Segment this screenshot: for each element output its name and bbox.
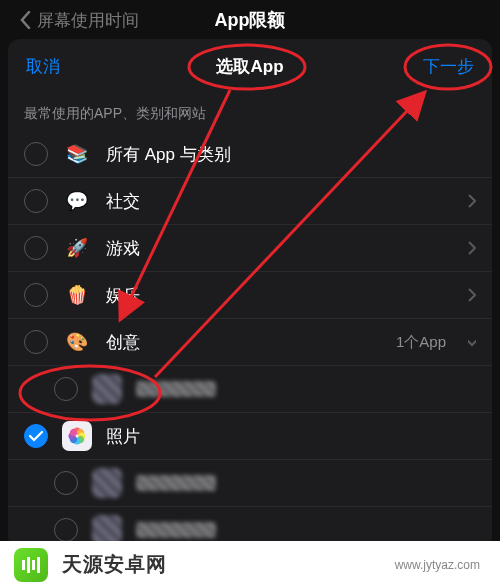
svg-rect-13 bbox=[22, 560, 25, 570]
watermark-text: 天源安卓网 bbox=[62, 551, 167, 578]
checkbox[interactable] bbox=[24, 189, 48, 213]
app-label-blurred bbox=[136, 522, 216, 538]
app-icon-blurred bbox=[92, 468, 122, 498]
row-games[interactable]: 🚀 游戏 bbox=[8, 225, 492, 272]
svg-rect-14 bbox=[27, 557, 30, 573]
modal-header: 取消 选取App 下一步 bbox=[8, 39, 492, 93]
row-photos[interactable]: 照片 bbox=[8, 413, 492, 460]
svg-rect-15 bbox=[32, 560, 35, 570]
app-icon-blurred bbox=[92, 374, 122, 404]
chevron-right-icon bbox=[468, 194, 476, 208]
checkbox[interactable] bbox=[24, 142, 48, 166]
entertainment-icon: 🍿 bbox=[62, 280, 92, 310]
checkbox[interactable] bbox=[54, 377, 78, 401]
row-app-blurred[interactable] bbox=[8, 460, 492, 507]
checkbox[interactable] bbox=[24, 236, 48, 260]
section-header: 最常使用的APP、类别和网站 bbox=[8, 93, 492, 131]
checkbox[interactable] bbox=[54, 471, 78, 495]
row-all-apps[interactable]: 📚 所有 App 与类别 bbox=[8, 131, 492, 178]
chevron-left-icon bbox=[20, 11, 31, 29]
row-entertainment[interactable]: 🍿 娱乐 bbox=[8, 272, 492, 319]
row-label: 创意 bbox=[106, 331, 382, 354]
watermark-url: www.jytyaz.com bbox=[395, 558, 480, 572]
watermark-icon bbox=[14, 548, 48, 582]
row-social[interactable]: 💬 社交 bbox=[8, 178, 492, 225]
modal-title: 选取App bbox=[8, 55, 492, 78]
row-label: 社交 bbox=[106, 190, 454, 213]
row-detail: 1个App bbox=[396, 333, 446, 352]
app-label-blurred bbox=[136, 381, 216, 397]
row-label: 照片 bbox=[106, 425, 476, 448]
row-label: 娱乐 bbox=[106, 284, 454, 307]
row-label: 所有 App 与类别 bbox=[106, 143, 476, 166]
chevron-down-icon bbox=[468, 335, 476, 349]
cancel-button[interactable]: 取消 bbox=[26, 55, 60, 78]
photos-icon bbox=[62, 421, 92, 451]
chevron-right-icon bbox=[468, 288, 476, 302]
chevron-right-icon bbox=[468, 241, 476, 255]
creativity-icon: 🎨 bbox=[62, 327, 92, 357]
checkbox[interactable] bbox=[24, 283, 48, 307]
checkbox[interactable] bbox=[24, 330, 48, 354]
all-apps-icon: 📚 bbox=[62, 139, 92, 169]
games-icon: 🚀 bbox=[62, 233, 92, 263]
next-button[interactable]: 下一步 bbox=[423, 55, 474, 78]
back-button: 屏幕使用时间 bbox=[20, 9, 139, 32]
checkbox[interactable] bbox=[54, 518, 78, 542]
social-icon: 💬 bbox=[62, 186, 92, 216]
row-app-blurred[interactable] bbox=[8, 366, 492, 413]
row-creativity[interactable]: 🎨 创意 1个App bbox=[8, 319, 492, 366]
svg-rect-16 bbox=[37, 557, 40, 573]
checkbox-selected[interactable] bbox=[24, 424, 48, 448]
row-label: 游戏 bbox=[106, 237, 454, 260]
app-label-blurred bbox=[136, 475, 216, 491]
watermark: 天源安卓网 www.jytyaz.com bbox=[0, 541, 500, 588]
back-label: 屏幕使用时间 bbox=[37, 9, 139, 32]
modal-sheet: 取消 选取App 下一步 最常使用的APP、类别和网站 📚 所有 App 与类别… bbox=[8, 39, 492, 548]
